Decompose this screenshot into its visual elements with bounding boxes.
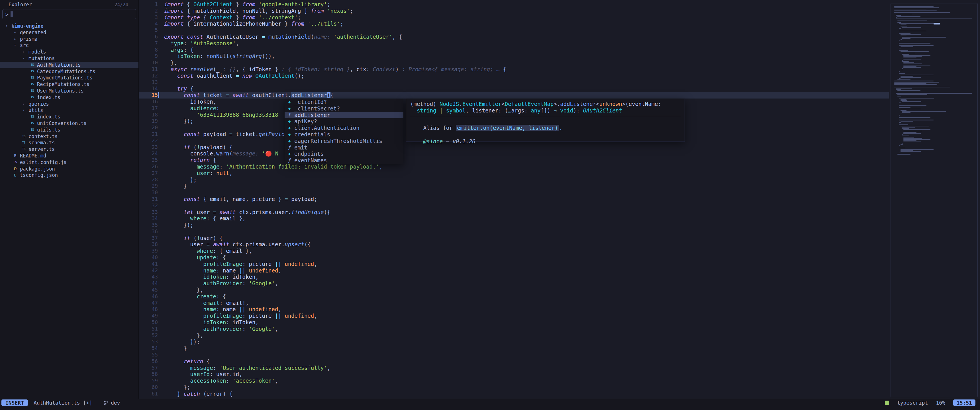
tree-item-schema-ts[interactable]: TSschema.ts [0,140,138,146]
completion-item-apiKey[interactable]: ◆apiKey? [285,118,403,125]
completion-item-clientId[interactable]: ◆_clientId? [285,99,403,105]
code-line[interactable]: 1import { OAuth2Client } from 'google-au… [139,1,889,8]
completion-item-clientAuthentication[interactable]: ◆clientAuthentication [285,125,403,131]
code-line[interactable]: 15 const ticket = await oauthClient.addL… [139,92,889,99]
code-line[interactable]: 32 [139,202,889,209]
code-line[interactable]: 57 message: 'User authenticated successf… [139,365,889,371]
tree-item-package-json[interactable]: {}package.json [0,166,138,172]
code-line[interactable]: 38 user = await ctx.prisma.user.upsert({ [139,241,889,248]
tree-item-index-ts[interactable]: TSindex.ts [0,114,138,120]
code-line[interactable]: 48 name: name || undefined, [139,306,889,313]
code-line[interactable]: 9 idToken: nonNull(stringArg()), [139,53,889,59]
code-line[interactable]: 4import { internationalizePhoneNumber } … [139,21,889,27]
tree-item-paymentmutations-ts[interactable]: TSPaymentMutations.ts [0,75,138,81]
code-line[interactable]: 44 authProvider: 'Google', [139,280,889,287]
code-line[interactable]: 54 } [139,345,889,352]
code-line[interactable]: 39 where: { email }, [139,248,889,254]
code-line[interactable]: 43 idToken: idToken, [139,273,889,280]
code-line[interactable]: 5 [139,27,889,33]
tree-item-unitconversion-ts[interactable]: TSunitConversion.ts [0,120,138,127]
minimap-line [894,153,974,154]
tree-item-usermutations-ts[interactable]: TSUserMutations.ts [0,88,138,94]
code-line[interactable]: 49 profileImage: picture || undefined, [139,313,889,319]
code-line[interactable]: 33 let user = await ctx.prisma.user.find… [139,209,889,216]
code-line[interactable]: 46 create: { [139,293,889,300]
tree-item-index-ts[interactable]: TSindex.ts [0,94,138,101]
tree-item-eslint-config-js[interactable]: ESeslint.config.js [0,159,138,166]
code-line[interactable]: 36 [139,228,889,235]
tree-item-src[interactable]: ▾src [0,42,138,49]
code-line[interactable]: 58 userId: user.id, [139,371,889,378]
tree-item-kimu-engine[interactable]: ▾kimu-engine [0,23,138,29]
chevron-right-icon: ▸ [11,36,19,43]
code-line[interactable]: 27 user: null, [139,170,889,176]
tree-item-queries[interactable]: ▸queries [0,101,138,107]
code-line[interactable]: 7 type: 'AuthResponse', [139,40,889,47]
code-line[interactable]: 45 }, [139,287,889,293]
tree-item-context-ts[interactable]: TScontext.ts [0,133,138,140]
completion-item-eagerRefreshThresholdMillis[interactable]: ◆eagerRefreshThresholdMillis [285,138,403,145]
code-line[interactable]: 40 update: { [139,254,889,261]
code-line[interactable]: 53 }); [139,338,889,345]
code-line[interactable]: 55 [139,352,889,358]
code-line[interactable]: 25 return { [139,157,889,164]
code-line[interactable]: 35 }); [139,222,889,228]
code-line[interactable]: 51 authProvider: 'Google', [139,326,889,332]
code-line[interactable]: 50 idToken: idToken, [139,319,889,326]
code-line[interactable]: 26 message: 'Authentication failed: inva… [139,164,889,170]
tree-item-readme-md[interactable]: MREADME.md [0,153,138,159]
code-line[interactable]: 56 return { [139,358,889,365]
code-line[interactable]: 8 args: { [139,47,889,53]
code-line[interactable]: 23 if (!payload) { [139,144,889,151]
tree-item-utils[interactable]: ▾utils [0,107,138,114]
code-line[interactable]: 42 name: name || undefined, [139,267,889,274]
code-line[interactable]: 13 [139,79,889,86]
code-line[interactable]: 47 email: email!, [139,300,889,307]
code-line[interactable]: 61 } catch (error) { [139,391,889,397]
completion-item-addListener[interactable]: ƒaddListener [285,112,403,118]
minimap[interactable] [891,3,977,158]
completion-item-endpoints[interactable]: ◆endpoints [285,151,403,157]
code-line[interactable]: 59 accessToken: 'accessToken', [139,378,889,384]
code-line[interactable]: 14 try { [139,86,889,92]
completion-item-clientSecret[interactable]: ◆_clientSecret? [285,105,403,112]
completion-item-eventNames[interactable]: ƒeventNames [285,157,403,164]
line-number: 50 [139,319,164,326]
code-line[interactable]: 2import { mutationField, nonNull, string… [139,8,889,14]
minimap-line [894,93,974,94]
completion-item-credentials[interactable]: ◆credentials [285,131,403,138]
chevron-down-icon: ▾ [20,55,27,62]
code-line[interactable]: 24 console.warn(message: '🔴 N [139,150,889,157]
code-line[interactable]: 60 }; [139,384,889,391]
code-line[interactable]: 30 [139,189,889,196]
code-text: userId: user.id, [164,371,889,378]
code-line[interactable]: 29 } [139,183,889,189]
code-line[interactable]: 31 const { email, name, picture } = payl… [139,196,889,202]
code-line[interactable]: 52 }, [139,332,889,339]
minimap-bar [902,111,946,112]
explorer-filter-input[interactable]: > [2,9,136,19]
tree-item-authmutation-ts[interactable]: TSAuthMutation.ts [0,62,138,68]
line-number: 42 [139,267,164,274]
code-line[interactable]: 3import type { Context } from '../contex… [139,14,889,21]
code-line[interactable]: 37 if (!user) { [139,235,889,242]
tree-item-tsconfig-json[interactable]: {}tsconfig.json [0,172,138,178]
editor-pane[interactable]: 1import { OAuth2Client } from 'google-au… [139,1,889,397]
tree-item-models[interactable]: ▸models [0,49,138,55]
code-line[interactable]: 34 where: { email }, [139,215,889,222]
code-line[interactable]: 12 const oauthClient = new OAuth2Client(… [139,73,889,79]
tree-item-recipemutations-ts[interactable]: TSRecipeMutations.ts [0,81,138,88]
code-line[interactable]: 6export const AuthenticateUser = mutatio… [139,33,889,40]
tree-item-generated[interactable]: ▸generated [0,29,138,36]
code-line[interactable]: 28 }; [139,176,889,183]
tree-item-mutations[interactable]: ▾mutations [0,55,138,62]
tree-item-categorymutations-ts[interactable]: TSCategoryMutations.ts [0,68,138,75]
code-line[interactable]: 10 }, [139,59,889,66]
tree-item-server-ts[interactable]: TSserver.ts [0,146,138,153]
code-line[interactable]: 41 profileImage: picture || undefined, [139,261,889,267]
tree-item-prisma[interactable]: ▸prisma [0,36,138,43]
file-type-icon-md: M [11,153,19,159]
code-line[interactable]: 11 async resolve(_ : {}, { idToken } : {… [139,66,889,73]
completion-item-emit[interactable]: ƒemit [285,145,403,151]
tree-item-utils-ts[interactable]: TSutils.ts [0,127,138,133]
